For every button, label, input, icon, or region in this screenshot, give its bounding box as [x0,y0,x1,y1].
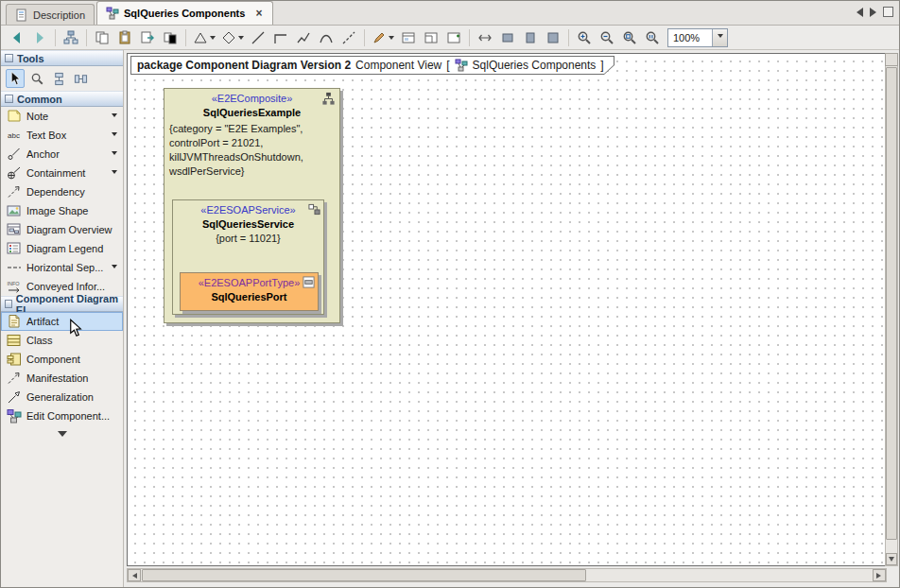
horizontal-scrollbar-thumb[interactable] [142,569,586,581]
add-frame-button[interactable] [443,27,464,48]
palette-item-anchor[interactable]: Anchor [1,145,123,164]
component-diagram-icon [106,7,119,20]
palette-scroll-down-button[interactable] [1,425,123,442]
select-tool-button[interactable] [6,69,25,88]
palette-item-artifact[interactable]: Artifact [1,312,123,331]
palette-item-horizontal-separator[interactable]: Horizontal Sep... [1,258,123,277]
toolbar-separator [469,29,470,46]
scroll-down-icon[interactable] [886,553,897,565]
zoom-select[interactable]: 100% [667,28,728,47]
palette-item-diagram-overview[interactable]: Diagram Overview [1,220,123,239]
canvas-container: package Component Diagram Version 2 Comp… [125,50,899,587]
palette-item-generalization[interactable]: Generalization [1,388,123,406]
curved-path-button[interactable] [316,27,337,48]
chevron-down-icon[interactable] [112,132,117,139]
layout-mode-button[interactable] [61,27,81,48]
component-name: SqlQueriesService [173,218,323,230]
palette-item-note[interactable]: Note [1,107,123,126]
swap-direction-button[interactable] [475,27,495,48]
note-icon [7,109,22,124]
palette-item-component[interactable]: Component [1,350,123,369]
scroll-tabs-left-icon[interactable] [857,8,863,17]
section-collapse-icon [5,95,13,103]
stereotype-label: «E2ESOAPService» [173,204,323,216]
duplicate-button[interactable] [160,27,181,48]
scroll-right-icon[interactable] [873,569,886,581]
palette-section-tools[interactable]: Tools [1,50,123,66]
zoom-dropdown-button[interactable] [712,29,727,46]
text-box-icon: abc [7,128,22,143]
zoom-out-icon[interactable] [597,27,617,48]
palette-item-conveyed-information[interactable]: INFO Conveyed Infor... [1,277,123,296]
composite-sqlqueriesexample[interactable]: «E2EComposite» SqlQueriesExample {catego… [164,88,340,323]
palette-item-text-box[interactable]: abc Text Box [1,126,123,145]
stereotype-label: «E2EComposite» [164,93,339,104]
vertical-scrollbar-thumb[interactable] [886,67,897,540]
create-diamond-shape-button[interactable] [219,27,246,48]
chevron-down-icon[interactable] [112,265,117,271]
frame-close-bracket: ] [600,59,603,72]
palette-item-edit-component[interactable]: Edit Component... [1,406,123,425]
zoom-in-icon[interactable] [574,27,595,48]
diagram-frame-label[interactable]: package Component Diagram Version 2 Comp… [130,56,614,75]
make-same-width-button[interactable] [497,27,518,48]
anchor-icon [7,147,22,162]
palette-item-diagram-legend[interactable]: Diagram Legend [1,239,123,258]
zigzag-path-button[interactable] [293,27,314,48]
service-sqlqueriesservice[interactable]: «E2ESOAPService» SqlQueriesService {port… [172,199,324,315]
drawing-mode-button[interactable] [370,27,396,48]
chevron-down-icon [58,431,67,441]
dashed-oblique-path-button[interactable] [338,27,359,48]
chevron-down-icon[interactable] [112,151,117,158]
palette-item-dependency[interactable]: Dependency [1,182,123,201]
make-same-size-button[interactable] [543,27,563,48]
palette-item-manifestation[interactable]: Manifestation [1,369,123,388]
toolbar-separator [55,29,56,46]
zoom-1-1-icon[interactable] [642,27,663,48]
create-triangle-shape-button[interactable] [191,27,217,48]
document-tab-bar: Description SqlQueries Components × [1,1,899,26]
frame-open-bracket: [ [446,59,449,72]
chevron-down-icon[interactable] [112,170,117,177]
palette-item-class[interactable]: Class [1,331,123,350]
palette-section-common[interactable]: Common [1,91,123,107]
content-frame-button[interactable] [421,27,441,48]
diagram-legend-icon [7,241,22,256]
make-same-height-button[interactable] [520,27,541,48]
close-icon[interactable]: × [253,9,264,18]
rectilinear-path-button[interactable] [270,27,291,48]
tab-sqlqueries-components[interactable]: SqlQueries Components × [96,1,273,25]
paste-special-button[interactable] [137,27,158,48]
fit-in-window-icon[interactable] [619,27,640,48]
tab-description[interactable]: Description [6,4,95,25]
scroll-left-icon[interactable] [128,569,141,581]
chevron-down-icon[interactable] [112,113,117,120]
svg-text:INFO: INFO [8,281,21,286]
oblique-path-button[interactable] [248,27,268,48]
palette-item-containment[interactable]: Containment [1,164,123,182]
palette-item-image-shape[interactable]: Image Shape [1,201,123,220]
vertical-layout-tool-button[interactable] [49,69,68,88]
tab-list-icon[interactable] [883,7,893,17]
tab-scroll-controls [857,7,893,17]
porttype-sqlqueriesport[interactable]: «E2ESOAPPortType» SqlQueriesPort [180,272,319,311]
vertical-scrollbar[interactable] [885,53,898,566]
section-collapse-icon [5,300,12,308]
zoom-tool-button[interactable] [27,69,46,88]
horizontal-layout-tool-button[interactable] [71,69,90,88]
edit-component-icon [7,408,22,424]
e2e-soap-service-icon [308,203,320,217]
e2e-soap-porttype-icon [303,276,315,290]
scrollbar-corner-button[interactable] [885,53,898,66]
copy-button[interactable] [92,27,112,48]
image-shape-icon [7,203,22,218]
tagged-values: {category = "E2E Examples", controlPort … [164,118,339,179]
palette-section-component-diagram-elements[interactable]: Component Diagram El... [1,296,123,312]
diagram-canvas[interactable]: package Component Diagram Version 2 Comp… [127,53,887,566]
scroll-tabs-right-icon[interactable] [870,8,876,17]
paste-button[interactable] [114,27,135,48]
diagram-overview-button[interactable] [398,27,419,48]
horizontal-scrollbar[interactable] [127,568,887,582]
back-button[interactable] [7,27,27,48]
forward-button[interactable] [29,27,50,48]
